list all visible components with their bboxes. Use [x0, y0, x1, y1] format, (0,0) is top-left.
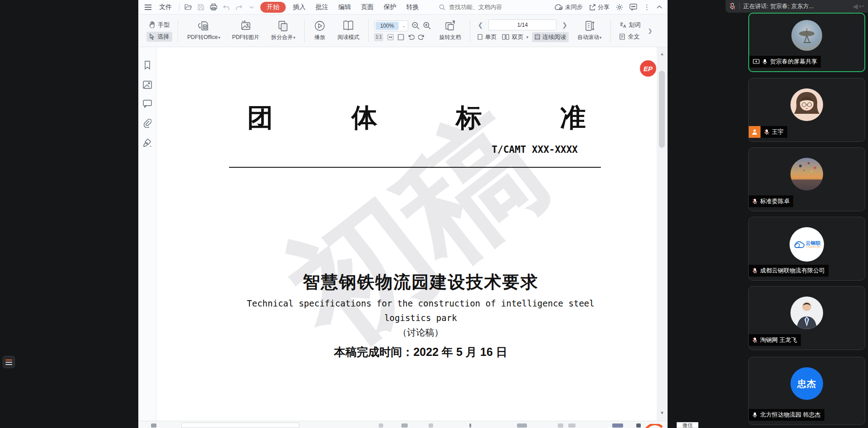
continuous-reading-button[interactable]: 连续阅读 [532, 32, 569, 42]
fit-page-icon[interactable] [398, 34, 404, 40]
avatar [790, 158, 823, 190]
menu-file[interactable]: 文件 [156, 2, 175, 12]
mic-muted-icon [752, 337, 757, 343]
actual-size-button[interactable]: 1:1 [374, 33, 383, 41]
rotate-right-icon[interactable] [418, 34, 425, 40]
play-button[interactable]: 播放 [310, 16, 329, 45]
pdf-to-office-button[interactable]: PDF转Office▾ [184, 16, 224, 45]
zoom-in-icon[interactable] [423, 22, 431, 29]
tab-page[interactable]: 页面 [358, 2, 376, 12]
floating-notes-widget[interactable] [3, 356, 15, 368]
participant-tile[interactable]: 贺宗春的屏幕共享 [748, 13, 865, 72]
screen-share-icon [753, 59, 760, 64]
participant-tile[interactable]: 淘钢网 王龙飞 [748, 286, 865, 350]
zoom-out-icon[interactable] [412, 22, 419, 29]
search-input[interactable] [448, 3, 516, 11]
status-zoom-icon[interactable] [612, 423, 623, 428]
scrollbar-thumb[interactable] [659, 71, 665, 148]
sign-stamp-icon[interactable] [143, 139, 152, 148]
search-box[interactable] [439, 3, 525, 11]
horizontal-rule [229, 167, 601, 168]
hand-icon [149, 21, 156, 28]
double-page-button[interactable]: 双页▾ [500, 32, 530, 42]
status-view-icon[interactable] [517, 423, 527, 428]
hamburger-menu-icon[interactable] [144, 3, 152, 11]
hand-tool-button[interactable]: 手型 [146, 20, 172, 30]
tab-home[interactable]: 开始 [260, 2, 286, 13]
pdf-app-logo-badge[interactable]: EP [640, 60, 656, 77]
fit-width-icon[interactable] [387, 34, 394, 40]
scroll-down-arrow[interactable]: ▼ [659, 410, 665, 416]
participant-tile[interactable]: 忠杰 北方恒达物流园 韩忠杰 [748, 357, 865, 425]
tab-protect[interactable]: 保护 [381, 2, 399, 12]
status-panel-icon[interactable] [151, 423, 156, 428]
settings-gear-icon[interactable] [616, 4, 623, 11]
read-mode-label: 阅读模式 [337, 34, 359, 41]
status-icon[interactable] [469, 423, 471, 428]
tab-edit[interactable]: 编辑 [336, 2, 354, 12]
toolbar-expand-icon[interactable]: ❯ [648, 28, 652, 34]
double-page-label: 双页 [512, 33, 523, 41]
prev-page-icon[interactable]: ❮ [476, 21, 485, 29]
redo-icon[interactable] [235, 3, 243, 11]
translate-full-button[interactable]: 全文 [616, 32, 643, 42]
translate-word-button[interactable]: 划词 [616, 20, 643, 30]
read-mode-icon [342, 20, 355, 32]
attachment-icon[interactable] [143, 119, 151, 128]
vertical-scrollbar[interactable]: ▲ ▼ [657, 47, 668, 421]
status-icon[interactable] [429, 423, 433, 428]
sync-status[interactable]: 未同步 [554, 3, 583, 11]
participant-tile[interactable]: 王宇 [748, 78, 865, 142]
status-zoom-icon[interactable] [636, 423, 641, 428]
next-page-icon[interactable]: ❯ [560, 21, 569, 29]
scroll-up-arrow[interactable]: ▲ [659, 51, 665, 57]
share-button[interactable]: 分享 [589, 3, 610, 11]
comments-icon[interactable] [143, 100, 152, 108]
participant-name: 淘钢网 王龙飞 [760, 336, 797, 344]
page-number-input[interactable] [488, 19, 556, 30]
tab-comment[interactable]: 批注 [313, 2, 331, 12]
status-page-input[interactable] [181, 423, 299, 428]
mic-on-icon [752, 412, 757, 418]
print-icon[interactable] [210, 3, 218, 11]
open-folder-icon[interactable] [184, 3, 192, 11]
status-icon[interactable] [379, 423, 383, 428]
status-view-icon[interactable] [568, 423, 575, 428]
status-view-icon[interactable] [558, 423, 563, 428]
split-merge-icon [277, 20, 289, 32]
more-commands-caret-icon[interactable] [248, 3, 256, 11]
tab-insert[interactable]: 插入 [290, 2, 308, 12]
tab-convert[interactable]: 转换 [404, 2, 422, 12]
zoom-select[interactable]: 100%⌄ [374, 20, 408, 31]
single-page-label: 单页 [485, 33, 497, 41]
split-merge-button[interactable]: 拆分合并▾ [268, 16, 299, 45]
pdf-to-office-label: PDF转Office [187, 34, 218, 40]
undo-icon[interactable] [222, 3, 230, 11]
pdf-to-image-button[interactable]: PDF转图片 [229, 16, 263, 45]
doc-title-en-line1: Technical specifications for the constru… [184, 298, 657, 308]
rotate-left-icon[interactable] [408, 34, 414, 40]
avatar [790, 88, 823, 121]
logo-subtext: YUNGANGLIAN [806, 246, 821, 248]
rotate-doc-button[interactable]: 旋转文档 [435, 16, 464, 45]
participant-tile[interactable]: 云钢联 YUNGANGLIAN 成都云钢联物流有限公司 [748, 217, 865, 281]
split-merge-label: 拆分合并 [271, 34, 293, 40]
chat-bubble-icon[interactable] [629, 4, 637, 10]
pdf-to-image-icon [240, 20, 252, 32]
more-options-icon[interactable]: ⋮ [644, 3, 650, 11]
auto-scroll-button[interactable]: 自动滚动▾ [574, 16, 605, 45]
collapse-toolbar-icon[interactable] [657, 5, 662, 9]
save-icon[interactable] [197, 3, 205, 11]
search-icon [439, 4, 445, 10]
select-tool-button[interactable]: 选择 [146, 32, 172, 42]
thumbnails-icon[interactable] [143, 81, 152, 89]
bookmarks-icon[interactable] [143, 61, 151, 70]
speaking-indicator-bar[interactable]: 正在讲话: 贺宗春; 京东方... ◀↩ [726, 0, 868, 13]
participant-tile[interactable]: 标准委陈卓 [748, 147, 865, 211]
participant-name: 标准委陈卓 [760, 197, 790, 205]
speaker-nav-arrows[interactable]: ◀↩ [853, 2, 864, 10]
sidebar-rail [138, 47, 156, 421]
status-icon[interactable] [401, 423, 408, 428]
single-page-button[interactable]: 单页 [476, 32, 498, 42]
read-mode-button[interactable]: 阅读模式 [334, 16, 363, 45]
